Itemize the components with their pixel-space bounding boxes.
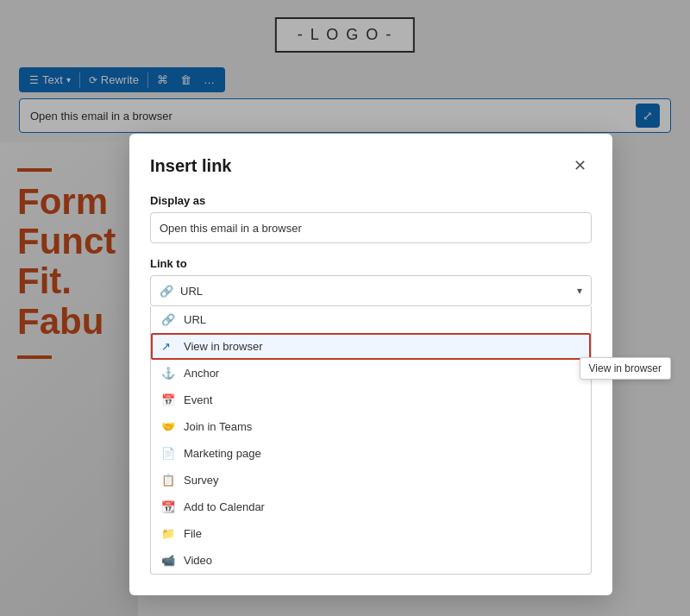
calendar-icon: 📆 [161, 500, 175, 513]
option-video[interactable]: 📹 Video [151, 547, 591, 574]
option-url[interactable]: 🔗 URL [151, 306, 591, 333]
link-type-dropdown-list: 🔗 URL ↗ View in browser ⚓ Anchor 📅 Event… [150, 306, 592, 575]
teams-icon: 🤝 [161, 420, 175, 433]
video-icon: 📹 [161, 554, 175, 567]
anchor-icon: ⚓ [161, 367, 175, 380]
tooltip-text: View in browser [589, 362, 662, 374]
link-to-dropdown[interactable]: 🔗 URL ▾ [150, 275, 592, 306]
link-to-icon: 🔗 [160, 285, 173, 298]
modal-header: Insert link ✕ [150, 154, 592, 177]
dropdown-chevron-icon: ▾ [577, 285, 582, 297]
dropdown-selected-text: URL [180, 285, 577, 298]
option-add-to-calendar-label: Add to Calendar [184, 500, 265, 513]
option-marketing-page-label: Marketing page [184, 447, 261, 460]
option-marketing-page[interactable]: 📄 Marketing page [151, 440, 591, 467]
option-survey-label: Survey [184, 474, 218, 487]
view-in-browser-tooltip: View in browser [580, 357, 671, 380]
option-event-label: Event [184, 393, 212, 406]
option-video-label: Video [184, 554, 212, 567]
url-icon: 🔗 [161, 313, 175, 326]
option-add-to-calendar[interactable]: 📆 Add to Calendar [151, 493, 591, 520]
marketing-page-icon: 📄 [161, 447, 175, 460]
close-icon: ✕ [574, 157, 586, 174]
option-join-in-teams[interactable]: 🤝 Join in Teams [151, 413, 591, 440]
modal-close-button[interactable]: ✕ [568, 154, 592, 177]
option-join-teams-label: Join in Teams [184, 420, 252, 433]
option-anchor[interactable]: ⚓ Anchor [151, 360, 591, 387]
view-in-browser-icon: ↗ [161, 340, 175, 353]
option-view-in-browser-label: View in browser [184, 340, 263, 353]
display-as-input[interactable] [150, 212, 592, 243]
insert-link-modal: Insert link ✕ Display as Link to 🔗 URL ▾… [129, 134, 612, 595]
event-icon: 📅 [161, 393, 175, 406]
option-url-label: URL [184, 313, 206, 326]
survey-icon: 📋 [161, 474, 175, 487]
link-to-label: Link to [150, 257, 592, 270]
option-file[interactable]: 📁 File [151, 520, 591, 547]
option-anchor-label: Anchor [184, 367, 219, 380]
option-view-in-browser[interactable]: ↗ View in browser [151, 333, 591, 360]
display-as-label: Display as [150, 194, 592, 207]
modal-title: Insert link [150, 156, 231, 176]
option-event[interactable]: 📅 Event [151, 387, 591, 413]
option-file-label: File [184, 527, 202, 540]
option-survey[interactable]: 📋 Survey [151, 467, 591, 493]
file-icon: 📁 [161, 527, 175, 540]
